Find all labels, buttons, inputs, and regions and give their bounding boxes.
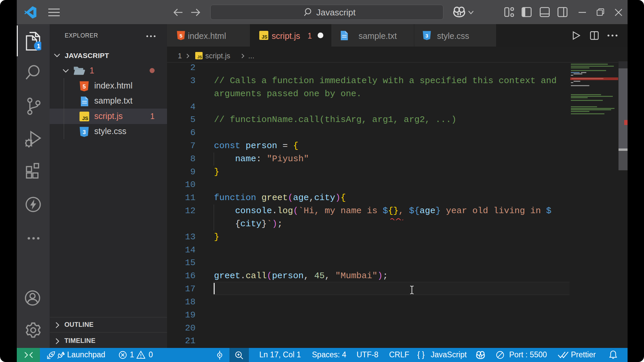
svg-text:5: 5: [83, 83, 86, 90]
svg-text:3: 3: [83, 129, 86, 135]
svg-text:5: 5: [179, 33, 182, 39]
svg-text:1: 1: [37, 43, 40, 50]
svg-text:3: 3: [425, 33, 428, 39]
